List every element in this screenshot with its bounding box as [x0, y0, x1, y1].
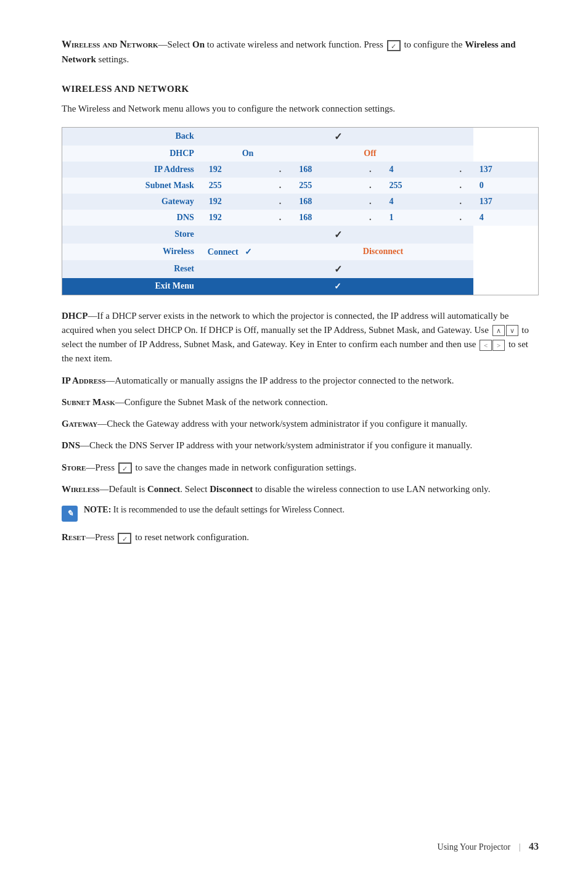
- menu-row-store: Store ✓: [62, 226, 538, 244]
- ip-term: IP Address: [62, 376, 105, 385]
- menu-row-subnet: Subnet Mask 255 . 255 . 255 . 0: [62, 178, 538, 194]
- reset-section: Reset—Press ✓ to reset network configura…: [62, 530, 539, 544]
- gateway-term: Gateway: [62, 419, 97, 429]
- footer-pipe: |: [519, 842, 521, 852]
- store-term: Store: [62, 462, 86, 472]
- menu-check-exit: ✓: [203, 278, 473, 295]
- wireless-section: Wireless—Default is Connect. Select Disc…: [62, 482, 539, 496]
- right-arrow-icon: >: [492, 340, 505, 351]
- menu-ip-4: 137: [473, 162, 538, 178]
- menu-label-dhcp: DHCP: [62, 146, 203, 162]
- intro-dash: —: [158, 39, 168, 49]
- menu-ip-1: 192: [203, 162, 267, 178]
- menu-subnet-4: 0: [473, 178, 538, 194]
- menu-label-back: Back: [62, 128, 203, 146]
- gateway-section: Gateway—Check the Gateway address with y…: [62, 417, 539, 431]
- menu-wireless-connect: Connect ✓: [203, 244, 293, 260]
- menu-wireless-disconnect: Disconnect: [293, 244, 473, 260]
- enter-icon-intro: ✓: [387, 40, 401, 51]
- menu-gw-3: 4: [383, 194, 447, 210]
- menu-label-dns: DNS: [62, 210, 203, 226]
- menu-label-reset: Reset: [62, 260, 203, 278]
- reset-term: Reset: [62, 532, 86, 542]
- section-heading: WIRELESS AND NETWORK: [62, 84, 539, 94]
- footer-page: 43: [529, 841, 539, 852]
- left-arrow-icon: <: [480, 340, 492, 351]
- footer-text: Using Your Projector: [438, 842, 511, 852]
- menu-row-dns: DNS 192 . 168 . 1 . 4: [62, 210, 538, 226]
- menu-label-exit: Exit Menu: [62, 278, 203, 295]
- dns-term: DNS: [62, 440, 80, 450]
- menu-label-ip: IP Address: [62, 162, 203, 178]
- menu-row-dhcp: DHCP On Off: [62, 146, 538, 162]
- menu-ip-3: 4: [383, 162, 447, 178]
- ip-section: IP Address—Automatically or manually ass…: [62, 374, 539, 388]
- menu-subnet-2: 255: [293, 178, 357, 194]
- menu-dns-3: 1: [383, 210, 447, 226]
- menu-gw-2: 168: [293, 194, 357, 210]
- menu-gw-4: 137: [473, 194, 538, 210]
- lr-arrows: < >: [480, 340, 505, 351]
- menu-label-subnet: Subnet Mask: [62, 178, 203, 194]
- note-text: NOTE: It is recommended to use the defau…: [84, 505, 345, 515]
- menu-subnet-1: 255: [203, 178, 267, 194]
- updown-arrows: ∧ ∨: [492, 325, 518, 336]
- menu-label-store: Store: [62, 226, 203, 244]
- dhcp-term: DHCP: [62, 311, 88, 321]
- menu-row-ip: IP Address 192 . 168 . 4 . 137: [62, 162, 538, 178]
- store-section: Store—Press ✓ to save the changes made i…: [62, 461, 539, 475]
- menu-dns-2: 168: [293, 210, 357, 226]
- menu-table: Back ✓ DHCP On Off IP Address 192 . 168 …: [62, 128, 538, 295]
- menu-row-gateway: Gateway 192 . 168 . 4 . 137: [62, 194, 538, 210]
- menu-ip-2: 168: [293, 162, 357, 178]
- dhcp-section: DHCP—If a DHCP server exists in the netw…: [62, 309, 539, 366]
- down-arrow-icon: ∨: [506, 325, 518, 336]
- menu-dhcp-off: Off: [357, 146, 473, 162]
- menu-dns-4: 4: [473, 210, 538, 226]
- menu-dns-1: 192: [203, 210, 267, 226]
- menu-gw-1: 192: [203, 194, 267, 210]
- note-icon: ✎: [62, 506, 78, 522]
- section-intro: The Wireless and Network menu allows you…: [62, 102, 539, 116]
- subnet-term: Subnet Mask: [62, 397, 115, 407]
- menu-check-back: ✓: [203, 128, 473, 146]
- intro-paragraph: Wireless and Network—Select On to activa…: [62, 37, 539, 67]
- menu-row-wireless: Wireless Connect ✓ Disconnect: [62, 244, 538, 260]
- menu-subnet-3: 255: [383, 178, 447, 194]
- menu-label-gateway: Gateway: [62, 194, 203, 210]
- enter-icon-store: ✓: [118, 462, 132, 474]
- menu-check-reset: ✓: [203, 260, 473, 278]
- wireless-term: Wireless: [62, 484, 99, 494]
- dns-section: DNS—Check the DNS Server IP address with…: [62, 438, 539, 453]
- menu-dhcp-on: On: [203, 146, 293, 162]
- menu-label-wireless: Wireless: [62, 244, 203, 260]
- footer: Using Your Projector | 43: [438, 841, 539, 852]
- enter-icon-reset: ✓: [118, 533, 131, 544]
- subnet-section: Subnet Mask—Configure the Subnet Mask of…: [62, 395, 539, 409]
- menu-check-store: ✓: [203, 226, 473, 244]
- menu-row-exit: Exit Menu ✓: [62, 278, 538, 295]
- menu-table-wrapper: Back ✓ DHCP On Off IP Address 192 . 168 …: [62, 127, 539, 295]
- intro-term: Wireless and Network: [62, 39, 158, 49]
- up-arrow-icon: ∧: [492, 325, 505, 336]
- menu-row-back: Back ✓: [62, 128, 538, 146]
- note-box: ✎ NOTE: It is recommended to use the def…: [62, 505, 539, 522]
- menu-row-reset: Reset ✓: [62, 260, 538, 278]
